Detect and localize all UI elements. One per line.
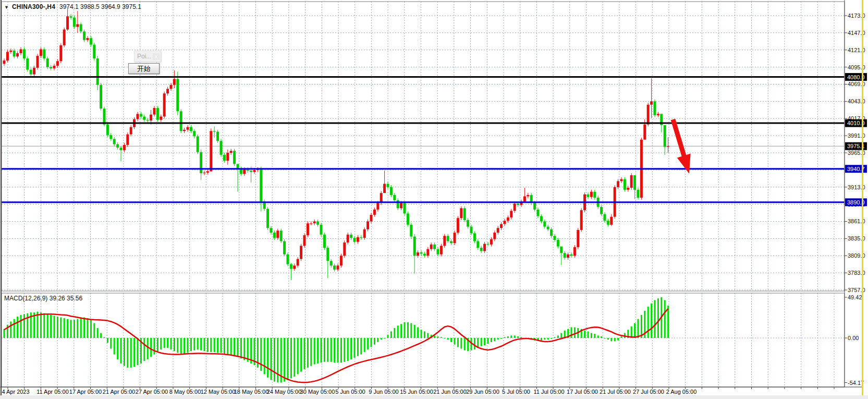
candle-body [390, 187, 393, 195]
macd-histogram-bar [57, 317, 58, 338]
macd-histogram-bar [491, 338, 492, 342]
candle-body [316, 221, 319, 224]
candle-body [497, 228, 499, 233]
candle-body [630, 175, 633, 188]
candle-body [176, 79, 179, 111]
candle-body [514, 203, 516, 211]
candle-body [103, 108, 106, 124]
candle-body [554, 236, 556, 240]
candle-body [3, 61, 6, 64]
macd-histogram-bar [4, 329, 5, 338]
candle-body [146, 120, 149, 120]
macd-histogram-bar [120, 338, 122, 364]
macd-histogram-bar [347, 338, 349, 361]
macd-histogram-bar [544, 338, 545, 340]
macd-histogram-bar [177, 338, 178, 353]
macd-tick-label: 49.42 [848, 294, 862, 300]
macd-histogram-bar [377, 338, 378, 342]
candle-body [590, 192, 593, 197]
time-axis-label: 5 Jun 05:00 [335, 389, 365, 395]
candle-body [40, 49, 42, 56]
macd-histogram-bar [541, 338, 542, 341]
time-axis-label: 30 May 05:00 [300, 389, 335, 395]
macd-histogram-bar [337, 338, 339, 362]
time-axis-label: 27 Jul 05:00 [633, 389, 664, 395]
trend-arrow-shaft[interactable] [673, 119, 684, 158]
macd-histogram-bar [410, 323, 412, 338]
time-axis-label: 18 May 05:00 [234, 389, 269, 395]
macd-histogram-bar [557, 335, 559, 338]
macd-histogram-bar [390, 331, 392, 338]
candle-body [26, 58, 29, 69]
macd-histogram-bar [500, 338, 502, 339]
candle-body [654, 101, 656, 115]
macd-histogram-bar [631, 327, 632, 338]
macd-histogram-bar [381, 338, 382, 340]
macd-histogram-bar [621, 336, 622, 338]
candle-body [343, 243, 346, 256]
macd-histogram-bar [147, 338, 149, 359]
macd-histogram-bar [394, 328, 395, 338]
macd-histogram-bar [397, 325, 399, 338]
candle-body [347, 235, 349, 243]
candle-body [90, 38, 92, 45]
candle-body [483, 244, 486, 251]
trend-arrow-head[interactable] [677, 154, 691, 174]
candle-body [604, 214, 606, 221]
macd-histogram-bar [243, 338, 245, 360]
time-axis-label: 17 Jul 05:00 [567, 389, 598, 395]
candle-body [109, 135, 112, 139]
candle-body [433, 245, 436, 249]
candle-body [460, 208, 462, 218]
collapse-triangle-icon[interactable]: ▼ [4, 5, 9, 10]
candle-body [643, 125, 646, 140]
trading-chart-window: 4173.04147.04121.04095.04069.04043.04017… [0, 0, 868, 399]
candle-body [326, 248, 329, 261]
macd-histogram-bar [657, 298, 659, 338]
candle-body [30, 70, 32, 75]
candle-body [393, 195, 396, 200]
candle-body [226, 153, 229, 161]
candle-body [633, 175, 636, 190]
close-icon[interactable]: x [153, 53, 160, 60]
candle-body [43, 49, 45, 58]
candle-body [523, 196, 526, 201]
macd-histogram-bar [150, 338, 152, 357]
candle-body [353, 238, 356, 242]
candle-body [23, 49, 26, 58]
candle-body [373, 210, 376, 215]
macd-histogram-bar [127, 338, 128, 368]
macd-histogram-bar [137, 338, 139, 365]
candle-body [600, 207, 603, 214]
macd-histogram-bar [187, 338, 189, 353]
macd-histogram-bar [331, 338, 332, 362]
macd-histogram-bar [314, 338, 315, 365]
macd-histogram-bar [407, 322, 409, 338]
candle-body [83, 31, 85, 40]
macd-histogram-bar [517, 336, 519, 338]
candle-body [16, 53, 19, 56]
macd-histogram-bar [597, 335, 599, 338]
time-axis-label: 27 Apr 05:00 [136, 389, 168, 395]
start-button[interactable]: 开始 [128, 63, 160, 74]
candle-body [33, 68, 35, 75]
candle-body [470, 227, 473, 234]
macd-histogram-bar [117, 338, 118, 359]
macd-histogram-bar [130, 338, 132, 368]
macd-histogram-bar [14, 319, 15, 338]
macd-histogram-bar [497, 338, 499, 340]
popup-titlebar[interactable]: Poi... x [134, 51, 161, 62]
macd-histogram-bar [454, 338, 456, 345]
script-popup: Poi... x 开始 [128, 51, 165, 74]
macd-histogram-bar [193, 338, 195, 350]
macd-histogram-bar [200, 338, 202, 350]
candle-body [577, 230, 579, 247]
macd-histogram-bar [77, 319, 78, 338]
macd-histogram-bar [87, 318, 89, 338]
candle-body [647, 105, 650, 125]
candle-body [537, 210, 540, 216]
macd-histogram-bar [340, 338, 342, 362]
candle-body [504, 221, 506, 224]
macd-histogram-bar [324, 338, 325, 362]
candle-body [123, 145, 126, 150]
